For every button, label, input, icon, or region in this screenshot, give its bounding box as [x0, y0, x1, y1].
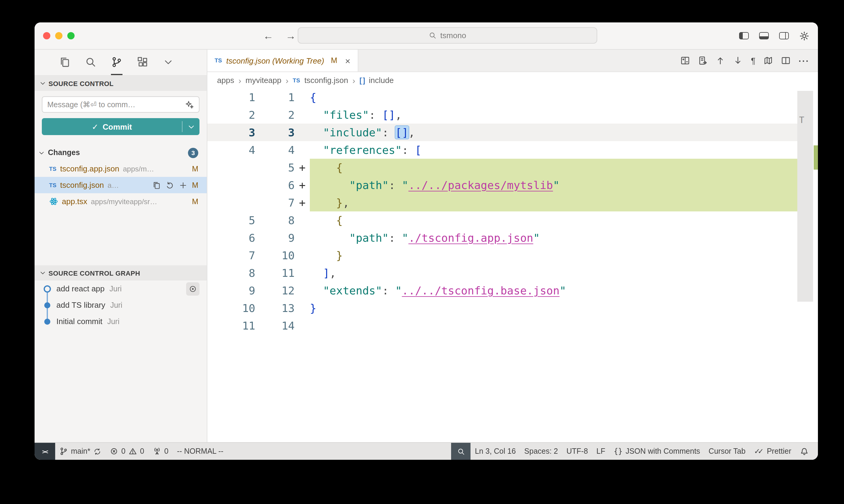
branch-status[interactable]: main* [55, 443, 105, 460]
code-line[interactable]: 811 ], [207, 264, 797, 282]
formatter-status[interactable]: ✓✓ Prettier [750, 443, 795, 460]
line-number-original [207, 159, 255, 176]
toggle-panel-icon[interactable] [759, 32, 769, 39]
history-nav: ← → [263, 31, 296, 41]
gear-icon[interactable] [799, 31, 809, 41]
render-whitespace-icon[interactable]: ¶ [751, 56, 756, 65]
minimap[interactable]: T [797, 88, 818, 442]
cursor-position-status[interactable]: Ln 3, Col 16 [470, 443, 520, 460]
added-line-marker [295, 88, 310, 106]
commit-dropdown[interactable] [183, 118, 200, 135]
minimize-window-button[interactable] [55, 32, 63, 39]
ports-status[interactable]: 0 [149, 443, 173, 460]
tab-modified-badge: M [331, 56, 337, 65]
code-line[interactable]: 1013} [207, 299, 797, 317]
more-actions-icon[interactable]: ··· [798, 56, 809, 65]
code-line[interactable]: 58 { [207, 211, 797, 229]
copilot-sparkle-icon[interactable] [185, 100, 194, 109]
line-number-modified: 8 [255, 211, 295, 229]
forward-button[interactable]: → [286, 31, 296, 41]
open-changes-icon[interactable] [681, 56, 690, 66]
code-line[interactable]: 5+ { [207, 159, 797, 176]
code-line[interactable]: 22 "files": [], [207, 106, 797, 124]
code-line[interactable]: 6+ "path": "../../packages/mytslib" [207, 176, 797, 194]
toggle-sidebar-icon[interactable] [739, 32, 749, 39]
close-window-button[interactable] [43, 32, 50, 39]
activity-extensions[interactable] [137, 50, 149, 75]
change-row-selected[interactable]: TS tsconfig.json a… M [35, 177, 207, 193]
code-text: { [310, 159, 797, 176]
encoding-status[interactable]: UTF-8 [562, 443, 592, 460]
commit-message-input[interactable]: Message (⌘⏎ to comm… [42, 96, 200, 113]
code-line[interactable]: 1114 [207, 317, 797, 335]
command-center[interactable]: tsmono [298, 27, 597, 43]
git-status-badge: M [192, 197, 198, 206]
source-control-header[interactable]: SOURCE CONTROL [35, 76, 207, 91]
line-number-modified: 5 [255, 159, 295, 176]
code-line[interactable]: 33 "include": [], [207, 124, 797, 141]
breadcrumb-item-include[interactable]: include [369, 76, 394, 85]
activity-search[interactable] [85, 50, 97, 75]
indentation-status[interactable]: Spaces: 2 [520, 443, 562, 460]
change-actions [152, 181, 187, 189]
open-file-icon[interactable] [698, 56, 708, 66]
commit-row[interactable]: add react app Juri [35, 281, 207, 297]
notifications-bell[interactable] [795, 443, 813, 460]
branch-icon [59, 447, 68, 455]
added-line-marker: + [295, 194, 310, 211]
goto-commit-button[interactable] [186, 282, 200, 295]
change-row[interactable]: app.tsx apps/myviteapp/sr… M [35, 193, 207, 210]
commit-button[interactable]: ✓ Commit [42, 118, 200, 135]
changes-header[interactable]: Changes 3 [35, 145, 207, 161]
commit-row[interactable]: add TS library Juri [35, 297, 207, 313]
source-control-icon [111, 56, 122, 68]
close-tab-icon[interactable]: × [345, 56, 350, 65]
activity-source-control[interactable] [111, 50, 122, 75]
previous-change-icon[interactable] [716, 56, 725, 66]
open-file-icon[interactable] [152, 181, 160, 189]
commit-row[interactable]: Initial commit Juri [35, 313, 207, 329]
code-line[interactable]: 7+ }, [207, 194, 797, 211]
code-line[interactable]: 710 } [207, 247, 797, 264]
added-line-marker [295, 229, 310, 247]
file-path: apps/myviteapp/sr… [91, 197, 157, 206]
maximize-window-button[interactable] [67, 32, 74, 39]
discard-changes-icon[interactable] [165, 181, 174, 189]
line-number-original: 7 [207, 247, 255, 264]
zoom-indicator[interactable] [451, 443, 470, 460]
change-row[interactable]: TS tsconfig.app.json apps/m… M [35, 161, 207, 177]
activity-more[interactable] [163, 50, 173, 75]
activity-explorer[interactable] [59, 50, 70, 75]
code-line[interactable]: 11{ [207, 88, 797, 106]
next-change-icon[interactable] [733, 56, 743, 66]
line-number-modified: 7 [255, 194, 295, 211]
code-editor[interactable]: 11{22 "files": [],33 "include": [],44 "r… [207, 88, 818, 442]
back-button[interactable]: ← [263, 31, 273, 41]
code-line[interactable]: 44 "references": [ [207, 141, 797, 159]
title-bar: ← → tsmono [35, 22, 818, 50]
cursor-tab-status[interactable]: Cursor Tab [704, 443, 750, 460]
bell-icon [800, 447, 809, 456]
split-editor-icon[interactable] [781, 56, 791, 66]
code-text: "include": [], [310, 124, 797, 141]
remote-indicator[interactable]: >< [35, 443, 55, 460]
editor-group: TS tsconfig.json (Working Tree) M × ¶ ·· [207, 50, 818, 442]
array-symbol-icon: [ ] [360, 76, 365, 85]
line-number-original: 5 [207, 211, 255, 229]
eol-status[interactable]: LF [592, 443, 609, 460]
tab-tsconfig-working-tree[interactable]: TS tsconfig.json (Working Tree) M × [207, 50, 358, 71]
language-mode-status[interactable]: {} JSON with Comments [610, 443, 705, 460]
breadcrumb-item-tsconfig[interactable]: tsconfig.json [304, 76, 348, 85]
breadcrumb-item-myviteapp[interactable]: myviteapp [245, 76, 282, 85]
code-line[interactable]: 912 "extends": "../../tsconfig.base.json… [207, 282, 797, 299]
map-icon[interactable] [763, 56, 773, 66]
stage-changes-icon[interactable] [178, 181, 187, 189]
breadcrumb-item-apps[interactable]: apps [217, 76, 234, 85]
line-number-original: 8 [207, 264, 255, 282]
toggle-secondary-sidebar-icon[interactable] [779, 32, 789, 39]
code-line[interactable]: 69 "path": "./tsconfig.app.json" [207, 229, 797, 247]
source-control-graph-header[interactable]: SOURCE CONTROL GRAPH [35, 265, 207, 281]
problems-status[interactable]: 0 0 [105, 443, 149, 460]
typescript-icon: TS [214, 58, 222, 64]
sync-icon[interactable] [93, 447, 101, 455]
